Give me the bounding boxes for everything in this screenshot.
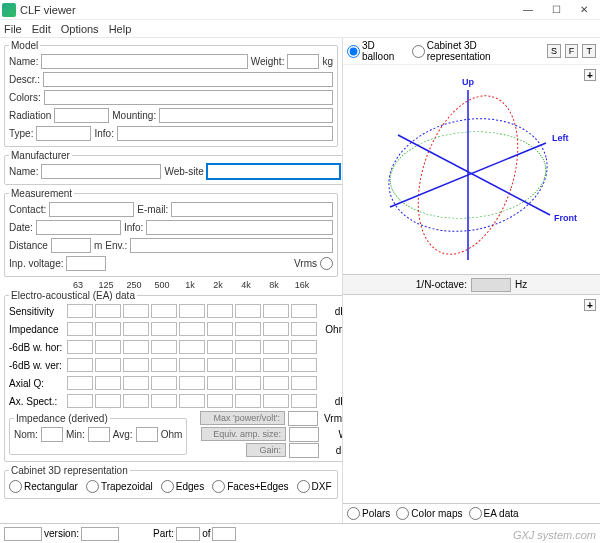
colormaps-option[interactable]: Color maps: [396, 507, 462, 520]
ea-cell[interactable]: [179, 358, 205, 372]
email-input[interactable]: [171, 202, 333, 217]
cabinet3d-radio[interactable]: [412, 45, 425, 58]
ea-cell[interactable]: [235, 304, 261, 318]
gain-input[interactable]: [289, 443, 319, 458]
ea-cell[interactable]: [179, 304, 205, 318]
date-input[interactable]: [36, 220, 121, 235]
ea-cell[interactable]: [95, 394, 121, 408]
name-input[interactable]: [41, 54, 247, 69]
cabinet-option[interactable]: Faces+Edges: [212, 480, 288, 493]
ea-cell[interactable]: [67, 304, 93, 318]
ea-cell[interactable]: [291, 358, 317, 372]
ea-cell[interactable]: [67, 358, 93, 372]
cabinet-option[interactable]: Edges: [161, 480, 204, 493]
ea-cell[interactable]: [123, 340, 149, 354]
ea-cell[interactable]: [95, 376, 121, 390]
bottom-plus-button[interactable]: +: [584, 299, 596, 311]
ea-cell[interactable]: [179, 394, 205, 408]
ea-cell[interactable]: [151, 376, 177, 390]
ea-cell[interactable]: [235, 358, 261, 372]
ea-cell[interactable]: [207, 394, 233, 408]
env-input[interactable]: [130, 238, 333, 253]
ea-cell[interactable]: [123, 358, 149, 372]
ea-cell[interactable]: [151, 340, 177, 354]
ea-cell[interactable]: [291, 304, 317, 318]
ea-cell[interactable]: [151, 394, 177, 408]
ea-cell[interactable]: [263, 304, 289, 318]
polars-option[interactable]: Polars: [347, 507, 390, 520]
ea-cell[interactable]: [67, 340, 93, 354]
contact-input[interactable]: [49, 202, 134, 217]
ea-cell[interactable]: [67, 322, 93, 336]
colors-input[interactable]: [44, 90, 333, 105]
ea-cell[interactable]: [263, 358, 289, 372]
gain-button[interactable]: Gain:: [246, 443, 286, 457]
cabinet3d-option[interactable]: Cabinet 3D representation: [412, 40, 539, 62]
ea-cell[interactable]: [263, 340, 289, 354]
menu-help[interactable]: Help: [109, 23, 132, 35]
ea-cell[interactable]: [207, 376, 233, 390]
ea-cell[interactable]: [123, 322, 149, 336]
ea-cell[interactable]: [207, 358, 233, 372]
maximize-button[interactable]: ☐: [542, 1, 570, 19]
ea-cell[interactable]: [207, 304, 233, 318]
radiation-input[interactable]: [54, 108, 109, 123]
t-button[interactable]: T: [582, 44, 596, 58]
ea-cell[interactable]: [207, 322, 233, 336]
balloon-option[interactable]: 3D balloon: [347, 40, 408, 62]
ea-cell[interactable]: [235, 322, 261, 336]
ea-cell[interactable]: [291, 394, 317, 408]
mounting-input[interactable]: [159, 108, 333, 123]
ea-cell[interactable]: [235, 394, 261, 408]
ea-cell[interactable]: [207, 340, 233, 354]
eadata-option[interactable]: EA data: [469, 507, 519, 520]
ea-cell[interactable]: [235, 340, 261, 354]
minimize-button[interactable]: —: [514, 1, 542, 19]
nom-input[interactable]: [41, 427, 63, 442]
min-input[interactable]: [88, 427, 110, 442]
menu-file[interactable]: File: [4, 23, 22, 35]
ea-cell[interactable]: [95, 340, 121, 354]
model-info-input[interactable]: [117, 126, 333, 141]
ea-cell[interactable]: [123, 394, 149, 408]
ea-cell[interactable]: [291, 322, 317, 336]
menu-edit[interactable]: Edit: [32, 23, 51, 35]
ea-cell[interactable]: [67, 394, 93, 408]
ea-cell[interactable]: [291, 376, 317, 390]
ea-cell[interactable]: [95, 358, 121, 372]
cabinet-option[interactable]: Trapezoidal: [86, 480, 153, 493]
3d-viewer[interactable]: + Up Left Front: [343, 65, 600, 275]
maxpower-input[interactable]: [288, 411, 318, 426]
ea-cell[interactable]: [179, 340, 205, 354]
maxpower-button[interactable]: Max 'power/volt':: [200, 411, 285, 425]
ea-cell[interactable]: [151, 322, 177, 336]
ea-cell[interactable]: [179, 322, 205, 336]
ea-cell[interactable]: [67, 376, 93, 390]
ea-cell[interactable]: [235, 376, 261, 390]
distance-input[interactable]: [51, 238, 91, 253]
balloon-radio[interactable]: [347, 45, 360, 58]
ea-cell[interactable]: [263, 394, 289, 408]
menu-options[interactable]: Options: [61, 23, 99, 35]
website-input[interactable]: [207, 164, 340, 179]
cabinet-option[interactable]: Rectangular: [9, 480, 78, 493]
type-input[interactable]: [36, 126, 91, 141]
meas-info-input[interactable]: [146, 220, 333, 235]
s-button[interactable]: S: [547, 44, 561, 58]
octave-value[interactable]: [471, 278, 511, 292]
close-button[interactable]: ✕: [570, 1, 598, 19]
equivamp-input[interactable]: [289, 427, 319, 442]
weight-input[interactable]: [287, 54, 319, 69]
ea-cell[interactable]: [263, 376, 289, 390]
ea-cell[interactable]: [123, 304, 149, 318]
descr-input[interactable]: [43, 72, 333, 87]
ea-cell[interactable]: [179, 376, 205, 390]
cabinet-option[interactable]: DXF: [297, 480, 332, 493]
ea-cell[interactable]: [263, 322, 289, 336]
inpvolt-radio[interactable]: [320, 257, 333, 270]
ea-cell[interactable]: [95, 304, 121, 318]
equivamp-button[interactable]: Equiv. amp. size:: [201, 427, 286, 441]
ea-cell[interactable]: [151, 304, 177, 318]
ea-cell[interactable]: [123, 376, 149, 390]
avg-input[interactable]: [136, 427, 158, 442]
